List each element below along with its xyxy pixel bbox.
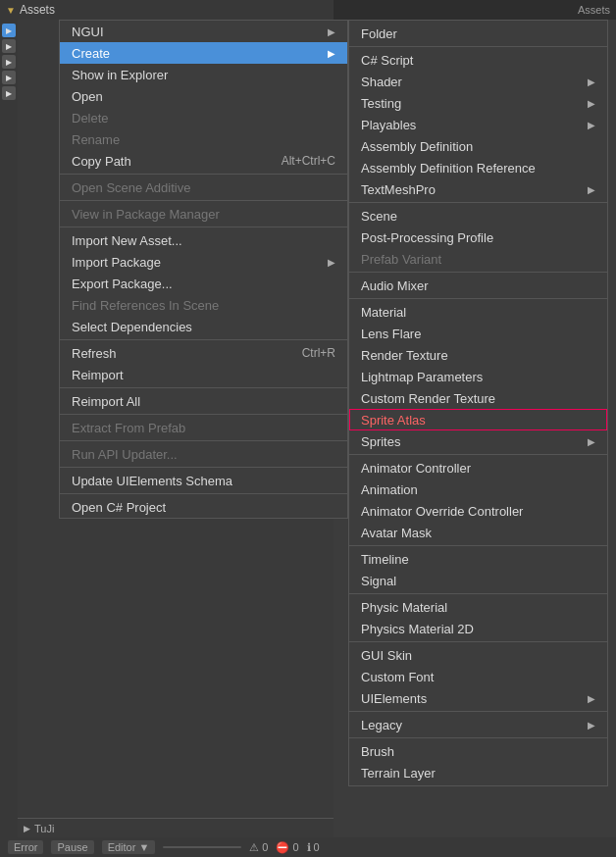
right-menu-label: Custom Font	[361, 670, 434, 684]
right-menu-item-legacy[interactable]: Legacy▶	[349, 714, 607, 735]
right-menu-label: Sprite Atlas	[361, 413, 426, 428]
right-menu-item-sprites[interactable]: Sprites▶	[349, 430, 607, 452]
right-menu-item-textmeshpro[interactable]: TextMeshPro▶	[349, 178, 607, 200]
tab-5[interactable]: ▶	[2, 86, 16, 100]
menu-item-label: Import New Asset...	[72, 233, 182, 248]
right-menu-label: Lens Flare	[361, 327, 421, 341]
left-menu-item-refresh[interactable]: RefreshCtrl+R	[60, 342, 347, 364]
left-menu-item-import-new-asset[interactable]: Import New Asset...	[60, 229, 347, 251]
right-menu-label: Lightmap Parameters	[361, 370, 483, 384]
right-menu-item-custom-font[interactable]: Custom Font	[349, 666, 607, 687]
left-menu-item-select-deps[interactable]: Select Dependencies	[60, 316, 347, 337]
left-menu-item-find-references: Find References In Scene	[60, 294, 347, 316]
menu-item-label: Create	[72, 46, 110, 61]
menu-separator	[60, 467, 347, 468]
right-menu-item-timeline[interactable]: Timeline	[349, 548, 607, 570]
left-menu-item-copy-path[interactable]: Copy PathAlt+Ctrl+C	[60, 150, 347, 172]
right-menu-separator	[349, 641, 607, 642]
menu-separator	[60, 200, 347, 201]
right-menu-item-avatar-mask[interactable]: Avatar Mask	[349, 522, 607, 543]
right-menu-label: Animation	[361, 482, 418, 497]
left-menu-item-open-scene-additive: Open Scene Additive	[60, 176, 347, 198]
right-menu-item-animator-controller[interactable]: Animator Controller	[349, 457, 607, 479]
right-menu-item-shader[interactable]: Shader▶	[349, 71, 607, 92]
right-menu-item-assembly-definition[interactable]: Assembly Definition	[349, 135, 607, 157]
menu-item-label: Select Dependencies	[72, 320, 192, 334]
right-menu-item-terrain-layer[interactable]: Terrain Layer	[349, 762, 607, 783]
right-submenu-arrow-icon: ▶	[588, 184, 595, 195]
tab-1[interactable]: ▶	[2, 24, 16, 37]
menu-item-label: Open C# Project	[72, 500, 166, 515]
left-menu-item-ngui[interactable]: NGUI▶	[60, 21, 347, 42]
right-menu-item-scene[interactable]: Scene	[349, 205, 607, 227]
right-menu-label: Prefab Variant	[361, 252, 441, 267]
right-menu-item-assembly-def-ref[interactable]: Assembly Definition Reference	[349, 157, 607, 178]
folder-icon: ▼	[6, 5, 16, 16]
right-menu-item-physic-material[interactable]: Physic Material	[349, 596, 607, 618]
right-menu-item-post-processing[interactable]: Post-Processing Profile	[349, 227, 607, 248]
right-menu-label: Brush	[361, 744, 394, 759]
right-menu-separator	[349, 454, 607, 455]
right-menu-label: C# Script	[361, 53, 413, 68]
left-menu-item-reimport-all[interactable]: Reimport All	[60, 390, 347, 412]
right-menu-item-csharp-script[interactable]: C# Script	[349, 49, 607, 71]
left-menu-item-show-in-explorer[interactable]: Show in Explorer	[60, 64, 347, 85]
right-menu-item-material[interactable]: Material	[349, 301, 607, 323]
right-menu-label: Audio Mixer	[361, 278, 429, 293]
dropdown-arrow-icon: ▼	[138, 841, 149, 853]
editor-dropdown[interactable]: Editor ▼	[102, 840, 156, 854]
right-menu-separator	[349, 46, 607, 47]
left-tab-strip: ▶ ▶ ▶ ▶ ▶	[0, 20, 18, 837]
left-menu-item-run-api-updater: Run API Updater...	[60, 443, 347, 465]
right-menu-item-sprite-atlas[interactable]: Sprite Atlas	[349, 409, 607, 430]
menu-item-label: View in Package Manager	[72, 207, 220, 222]
right-menu-item-testing[interactable]: Testing▶	[349, 92, 607, 114]
right-menu-item-gui-skin[interactable]: GUI Skin	[349, 644, 607, 666]
right-submenu-arrow-icon: ▶	[588, 98, 595, 109]
left-menu-item-update-uielements[interactable]: Update UIElements Schema	[60, 470, 347, 491]
editor-label: Editor	[108, 841, 136, 853]
right-menu-item-playables[interactable]: Playables▶	[349, 114, 607, 135]
left-menu-item-reimport[interactable]: Reimport	[60, 364, 347, 385]
menu-item-label: Open Scene Additive	[72, 180, 190, 195]
right-menu-label: Render Texture	[361, 348, 448, 363]
right-menu-item-signal[interactable]: Signal	[349, 570, 607, 591]
right-menu-item-folder[interactable]: Folder	[349, 23, 607, 44]
right-menu-separator	[349, 545, 607, 546]
right-menu-item-animator-override[interactable]: Animator Override Controller	[349, 500, 607, 522]
left-menu-item-rename: Rename	[60, 128, 347, 150]
left-menu-item-import-package[interactable]: Import Package▶	[60, 251, 347, 273]
right-menu-item-prefab-variant: Prefab Variant	[349, 248, 607, 270]
menu-item-label: Refresh	[72, 346, 117, 361]
right-menu-item-render-texture[interactable]: Render Texture	[349, 344, 607, 366]
left-menu-item-open[interactable]: Open	[60, 85, 347, 107]
right-menu-label: Assembly Definition Reference	[361, 161, 536, 176]
warning-count: 0	[262, 841, 268, 853]
pause-label: Pause	[51, 840, 93, 854]
left-menu-item-create[interactable]: Create▶	[60, 42, 347, 64]
tab-4[interactable]: ▶	[2, 71, 16, 84]
right-menu-item-physics-material-2d[interactable]: Physics Material 2D	[349, 618, 607, 639]
right-menu-separator	[349, 711, 607, 712]
menu-separator	[60, 174, 347, 175]
left-menu-item-export-package[interactable]: Export Package...	[60, 273, 347, 294]
menu-item-label: NGUI	[72, 25, 104, 39]
tab-2[interactable]: ▶	[2, 39, 16, 53]
right-menu-item-lightmap-params[interactable]: Lightmap Parameters	[349, 366, 607, 387]
bottom-bar: Error Pause Editor ▼ ⚠ 0 ⛔ 0 ℹ 0	[0, 837, 616, 857]
menu-item-shortcut: Alt+Ctrl+C	[282, 154, 335, 168]
right-header-assets: Assets	[578, 4, 610, 16]
right-menu-item-audio-mixer[interactable]: Audio Mixer	[349, 275, 607, 296]
menu-separator	[60, 227, 347, 227]
menu-separator	[60, 493, 347, 494]
right-menu-item-brush[interactable]: Brush	[349, 740, 607, 762]
right-menu-item-animation[interactable]: Animation	[349, 479, 607, 500]
right-menu-item-uielements[interactable]: UIElements▶	[349, 687, 607, 709]
right-menu-separator	[349, 272, 607, 273]
right-menu-item-lens-flare[interactable]: Lens Flare	[349, 323, 607, 344]
tab-3[interactable]: ▶	[2, 55, 16, 69]
right-menu-item-custom-render-texture[interactable]: Custom Render Texture	[349, 387, 607, 409]
right-submenu-arrow-icon: ▶	[588, 720, 595, 731]
search-box[interactable]	[163, 846, 241, 848]
left-menu-item-open-csharp[interactable]: Open C# Project	[60, 496, 347, 518]
